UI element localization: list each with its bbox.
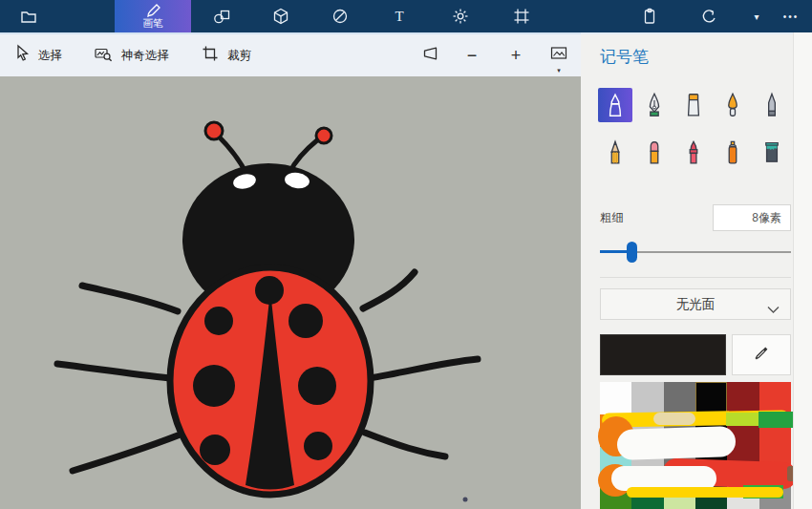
more-dots-icon: ••• bbox=[783, 11, 800, 22]
calligraphy-pen-icon bbox=[640, 90, 669, 120]
tab-canvas[interactable] bbox=[502, 0, 541, 32]
brush-tool-fill-bucket[interactable] bbox=[755, 136, 789, 170]
canvas-toolbar: 选择 神奇选择 裁剪 − + bbox=[0, 32, 581, 76]
menu-button[interactable] bbox=[10, 0, 48, 32]
palette-color[interactable] bbox=[695, 447, 727, 479]
history-dropdown-button[interactable]: ▾ bbox=[745, 0, 768, 32]
palette-color[interactable] bbox=[759, 478, 791, 509]
palette-color[interactable] bbox=[664, 447, 695, 479]
thickness-slider[interactable] bbox=[600, 241, 791, 264]
palette-color[interactable] bbox=[664, 478, 695, 509]
palette-color[interactable] bbox=[664, 382, 695, 414]
select-label: 选择 bbox=[38, 48, 62, 64]
top-menu-bar: 画笔 T bbox=[0, 0, 812, 32]
ladybug-spot bbox=[200, 435, 230, 465]
current-color-swatch[interactable] bbox=[600, 334, 726, 375]
palette-color[interactable] bbox=[631, 382, 663, 414]
palette-color[interactable] bbox=[727, 447, 759, 479]
palette-color[interactable] bbox=[759, 447, 791, 479]
zoom-in-button[interactable]: + bbox=[504, 34, 527, 76]
cursor-arrow-icon bbox=[13, 44, 31, 67]
brush-tool-pixel-pen[interactable] bbox=[755, 88, 789, 122]
fill-bucket-icon bbox=[758, 138, 786, 168]
thickness-value-field[interactable]: 8像素 bbox=[713, 204, 791, 231]
zoom-out-button[interactable]: − bbox=[460, 34, 483, 76]
oil-brush-icon bbox=[718, 90, 747, 120]
eraser-icon bbox=[640, 138, 669, 168]
tab-brushes[interactable]: 画笔 bbox=[115, 0, 191, 32]
undo-button[interactable] bbox=[690, 0, 728, 32]
magic-select-icon bbox=[94, 45, 114, 67]
palette-color[interactable] bbox=[631, 447, 663, 479]
ladybug-leg bbox=[369, 359, 478, 378]
sun-effects-icon bbox=[451, 7, 470, 26]
finish-dropdown[interactable]: 无光面 bbox=[600, 288, 791, 320]
view-options-button[interactable]: ▾ bbox=[546, 34, 571, 76]
eyedropper-icon bbox=[753, 345, 770, 366]
drawing-canvas[interactable] bbox=[0, 76, 581, 509]
select-tool[interactable]: 选择 bbox=[13, 34, 62, 76]
pixel-pen-icon bbox=[758, 90, 786, 120]
ladybug-drawing bbox=[0, 76, 581, 509]
perspective-view-button[interactable] bbox=[420, 34, 441, 76]
palette-color[interactable] bbox=[727, 478, 759, 509]
palette-color[interactable] bbox=[631, 414, 663, 447]
palette-color[interactable] bbox=[695, 478, 727, 509]
thickness-label: 粗细 bbox=[600, 210, 624, 226]
ladybug-leg bbox=[363, 272, 415, 308]
more-options-button[interactable]: ••• bbox=[774, 0, 808, 32]
chevron-down-icon: ▾ bbox=[754, 11, 759, 22]
palette-color[interactable] bbox=[600, 478, 631, 509]
brush-tool-calligraphy-pen[interactable] bbox=[637, 88, 672, 122]
palette-color[interactable] bbox=[695, 382, 727, 414]
palette-color[interactable] bbox=[727, 414, 759, 447]
magic-select-tool[interactable]: 神奇选择 bbox=[94, 34, 169, 76]
palette-color[interactable] bbox=[664, 414, 695, 447]
tab-text[interactable]: T bbox=[380, 0, 418, 32]
tab-3d-shapes[interactable] bbox=[262, 0, 300, 32]
plus-icon: + bbox=[511, 46, 522, 66]
palette-color[interactable] bbox=[631, 478, 663, 509]
brush-tool-paint-brush[interactable] bbox=[676, 88, 711, 122]
perspective-icon bbox=[420, 45, 441, 66]
stray-dot bbox=[463, 498, 468, 502]
tab-2d-shapes[interactable] bbox=[203, 0, 241, 32]
sticker-icon bbox=[331, 7, 350, 26]
crop-tool[interactable]: 裁剪 bbox=[201, 34, 251, 76]
ladybug-spot bbox=[193, 365, 235, 407]
crayon-icon bbox=[679, 138, 708, 168]
ladybug-leg bbox=[365, 433, 445, 456]
palette-color[interactable] bbox=[600, 447, 631, 479]
brush-tool-oil-brush[interactable] bbox=[716, 88, 750, 122]
ladybug-antenna-tip bbox=[316, 128, 331, 143]
pencil-icon bbox=[601, 138, 630, 168]
brush-tool-eraser[interactable] bbox=[637, 136, 672, 170]
palette-color[interactable] bbox=[727, 382, 759, 414]
palette-color[interactable] bbox=[759, 382, 791, 414]
2d-shapes-icon bbox=[212, 7, 231, 26]
palette-color[interactable] bbox=[695, 414, 727, 447]
panel-title: 记号笔 bbox=[600, 46, 649, 68]
text-tool-icon: T bbox=[395, 9, 403, 25]
brush-tool-marker[interactable] bbox=[598, 88, 632, 122]
finish-selected-label: 无光面 bbox=[676, 296, 716, 313]
palette-color[interactable] bbox=[759, 414, 791, 447]
ladybug-spot bbox=[204, 307, 233, 335]
color-palette bbox=[600, 382, 791, 509]
paste-button[interactable] bbox=[630, 0, 669, 32]
slider-thumb[interactable] bbox=[627, 242, 637, 263]
paint3d-window: 画笔 T bbox=[0, 0, 812, 509]
brush-tool-crayon[interactable] bbox=[676, 136, 711, 170]
palette-color[interactable] bbox=[600, 414, 631, 447]
canvas-frame-icon bbox=[512, 7, 531, 26]
paint-brush-icon bbox=[679, 90, 708, 120]
tab-effects[interactable] bbox=[441, 0, 480, 32]
ladybug-leg bbox=[82, 286, 178, 311]
brush-tool-spray-can[interactable] bbox=[716, 136, 750, 170]
ladybug-antenna-tip bbox=[205, 122, 223, 139]
eyedropper-button[interactable] bbox=[732, 334, 791, 375]
panel-scroll-area[interactable] bbox=[793, 32, 812, 509]
palette-color[interactable] bbox=[600, 382, 631, 414]
tab-stickers[interactable] bbox=[321, 0, 359, 32]
brush-tool-pencil[interactable] bbox=[598, 136, 632, 170]
